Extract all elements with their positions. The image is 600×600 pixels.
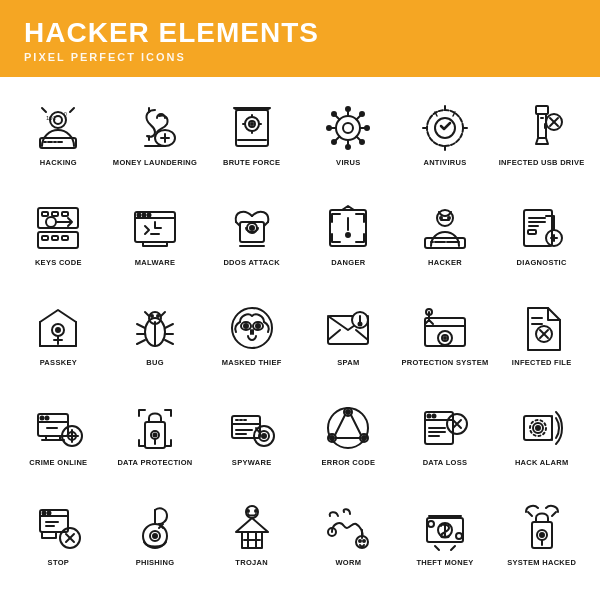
svg-point-92	[56, 328, 60, 332]
svg-point-161	[427, 414, 430, 417]
svg-rect-54	[52, 236, 58, 240]
header-title: HACKER ELEMENTS	[24, 18, 576, 49]
svg-point-28	[365, 126, 369, 130]
icon-cell-spam: SPAM	[300, 283, 397, 383]
svg-point-24	[346, 145, 350, 149]
malware-icon	[128, 201, 182, 255]
masked-thief-label: MASKED THIEF	[222, 358, 282, 367]
svg-point-157	[330, 436, 334, 440]
svg-point-197	[456, 533, 462, 539]
crime-online-icon	[31, 401, 85, 455]
icon-cell-crime-online: CRIME ONLINE	[10, 383, 107, 483]
icon-cell-worm: WORM	[300, 483, 397, 583]
passkey-icon	[31, 301, 85, 355]
phishing-icon	[128, 501, 182, 555]
spam-icon	[321, 301, 375, 355]
header-subtitle: PIXEL PERFECT ICONS	[24, 51, 576, 63]
svg-text:0: 0	[64, 111, 67, 117]
data-protection-label: DATA PROTECTION	[117, 458, 192, 467]
icon-cell-bug: BUG	[107, 283, 204, 383]
svg-point-36	[332, 140, 336, 144]
svg-point-173	[43, 511, 46, 514]
infected-usb-label: INFECTED USB DRIVE	[499, 158, 585, 167]
infected-usb-icon	[515, 101, 569, 155]
svg-line-116	[356, 330, 368, 340]
svg-point-123	[444, 337, 446, 339]
svg-point-174	[48, 511, 51, 514]
svg-point-18	[251, 123, 253, 125]
svg-point-132	[46, 416, 49, 419]
svg-point-26	[327, 126, 331, 130]
data-loss-icon	[418, 401, 472, 455]
svg-point-76	[448, 217, 450, 219]
bug-label: BUG	[146, 358, 164, 367]
svg-point-103	[151, 315, 153, 317]
keys-code-icon	[31, 201, 85, 255]
icon-cell-theft-money: THEFT MONEY	[397, 483, 494, 583]
virus-icon	[321, 101, 375, 155]
data-protection-icon	[128, 401, 182, 455]
trojan-icon	[225, 501, 279, 555]
icon-cell-hacker: HACKER	[397, 183, 494, 283]
svg-line-154	[335, 415, 345, 435]
svg-point-114	[359, 322, 362, 325]
protection-system-icon	[418, 301, 472, 355]
header: HACKER ELEMENTS PIXEL PERFECT ICONS	[0, 0, 600, 77]
system-hacked-label: SYSTEM HACKED	[507, 558, 576, 567]
icon-cell-error-code: ERROR CODE	[300, 383, 397, 483]
svg-line-155	[351, 415, 361, 435]
spyware-label: SPYWARE	[232, 458, 272, 467]
hack-alarm-icon	[515, 401, 569, 455]
hacker-icon	[418, 201, 472, 255]
svg-text:101: 101	[46, 115, 57, 121]
antivirus-icon	[418, 101, 472, 155]
svg-point-143	[262, 434, 266, 438]
hacking-icon: 101 0	[31, 101, 85, 155]
svg-point-20	[343, 123, 353, 133]
svg-point-187	[255, 510, 257, 512]
money-laundering-label: MONEY LAUNDERING	[113, 158, 197, 167]
icon-cell-brute-force: BRUTE FORCE	[203, 83, 300, 183]
svg-point-104	[157, 315, 159, 317]
icon-cell-diagnostic: DIAGNOSTIC	[493, 183, 590, 283]
icon-cell-danger: DANGER	[300, 183, 397, 283]
svg-point-191	[359, 540, 361, 542]
svg-point-158	[362, 436, 366, 440]
danger-icon	[321, 201, 375, 255]
worm-label: WORM	[335, 558, 361, 567]
svg-line-115	[328, 330, 340, 340]
svg-point-156	[346, 410, 350, 414]
svg-rect-88	[528, 230, 536, 234]
svg-rect-53	[42, 236, 48, 240]
svg-point-186	[247, 510, 249, 512]
svg-point-196	[428, 521, 434, 527]
icon-cell-passkey: PASSKEY	[10, 283, 107, 383]
icon-cell-malware: MALWARE	[107, 183, 204, 283]
diagnostic-icon	[515, 201, 569, 255]
icon-cell-virus: VIRUS	[300, 83, 397, 183]
icon-cell-ddos-attack: DDOS ATTACK	[203, 183, 300, 283]
svg-rect-56	[42, 212, 48, 216]
protection-system-label: PROTECTION SYSTEM	[401, 358, 488, 367]
svg-rect-43	[536, 106, 548, 114]
malware-label: MALWARE	[135, 258, 175, 267]
svg-point-32	[360, 140, 364, 144]
icon-cell-trojan: TROJAN	[203, 483, 300, 583]
svg-point-30	[332, 112, 336, 116]
masked-thief-icon	[225, 301, 279, 355]
svg-point-61	[137, 213, 140, 216]
icon-cell-antivirus: ANTIVIRUS	[397, 83, 494, 183]
icon-cell-keys-code: KEYS CODE	[10, 183, 107, 283]
svg-point-192	[363, 540, 365, 542]
icon-cell-spyware: SPYWARE	[203, 383, 300, 483]
svg-point-62	[142, 213, 145, 216]
icon-cell-money-laundering: MONEY LAUNDERING	[107, 83, 204, 183]
trojan-label: TROJAN	[235, 558, 268, 567]
svg-line-98	[165, 324, 173, 328]
icon-cell-data-protection: DATA PROTECTION	[107, 383, 204, 483]
svg-point-162	[432, 414, 435, 417]
icon-cell-data-loss: DATA LOSS	[397, 383, 494, 483]
svg-point-63	[147, 213, 150, 216]
danger-label: DANGER	[331, 258, 365, 267]
diagnostic-label: DIAGNOSTIC	[517, 258, 567, 267]
